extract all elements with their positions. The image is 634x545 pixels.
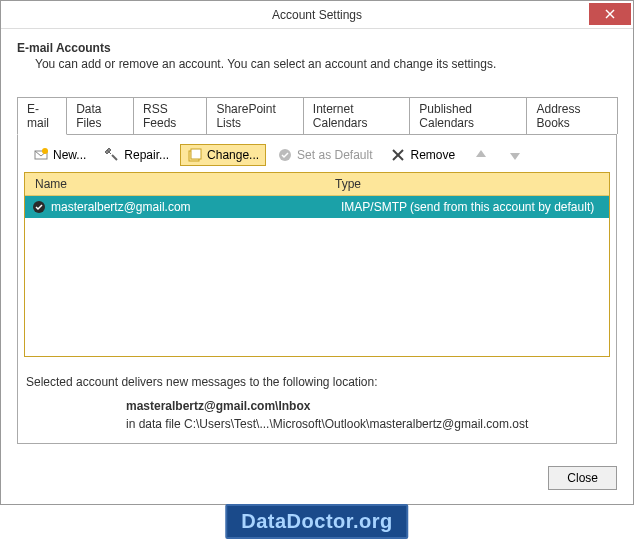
table-row[interactable]: masteralbertz@gmail.com IMAP/SMTP (send … [25,196,609,218]
change-label: Change... [207,148,259,162]
set-default-button: Set as Default [270,144,379,166]
new-button[interactable]: New... [26,144,93,166]
move-up-button [466,144,496,166]
new-label: New... [53,148,86,162]
tab-address-books[interactable]: Address Books [526,97,618,134]
account-settings-dialog: Account Settings E-mail Accounts You can… [0,0,634,505]
remove-button[interactable]: Remove [383,144,462,166]
tab-internet-calendars[interactable]: Internet Calendars [303,97,411,134]
accounts-table: Name Type masteralbertz@gmail.com IMAP/S… [24,172,610,357]
change-button[interactable]: Change... [180,144,266,166]
column-header-name[interactable]: Name [25,173,325,195]
move-down-button [500,144,530,166]
tab-data-files[interactable]: Data Files [66,97,134,134]
dialog-footer: Close [1,456,633,504]
new-icon [33,147,49,163]
info-intro: Selected account delivers new messages t… [26,375,608,389]
dialog-content: E-mail Accounts You can add or remove an… [1,29,633,456]
remove-icon [390,147,406,163]
header-title: E-mail Accounts [17,41,617,55]
window-title: Account Settings [1,8,633,22]
tab-strip: E-mail Data Files RSS Feeds SharePoint L… [17,97,617,135]
repair-label: Repair... [124,148,169,162]
table-header: Name Type [25,173,609,196]
toolbar: New... Repair... Change... Set as Defaul… [24,141,610,172]
info-section: Selected account delivers new messages t… [26,375,608,431]
info-data-file: in data file C:\Users\Test\...\Microsoft… [126,417,608,431]
arrow-down-icon [507,147,523,163]
close-icon [605,9,615,19]
repair-icon [104,147,120,163]
titlebar: Account Settings [1,1,633,29]
remove-label: Remove [410,148,455,162]
info-email-location: masteralbertz@gmail.com\Inbox [126,399,608,413]
check-icon [277,147,293,163]
tab-panel-email: New... Repair... Change... Set as Defaul… [17,135,617,444]
header-section: E-mail Accounts You can add or remove an… [17,41,617,71]
table-body: masteralbertz@gmail.com IMAP/SMTP (send … [25,196,609,356]
default-account-icon [31,199,47,215]
arrow-up-icon [473,147,489,163]
account-type-cell: IMAP/SMTP (send from this account by def… [341,200,603,214]
header-description: You can add or remove an account. You ca… [35,57,617,71]
change-icon [187,147,203,163]
tab-rss-feeds[interactable]: RSS Feeds [133,97,207,134]
set-default-label: Set as Default [297,148,372,162]
svg-rect-5 [191,149,201,159]
window-close-button[interactable] [589,3,631,25]
repair-button[interactable]: Repair... [97,144,176,166]
column-header-type[interactable]: Type [325,173,609,195]
tab-email[interactable]: E-mail [17,97,67,135]
tab-published-calendars[interactable]: Published Calendars [409,97,527,134]
watermark: DataDoctor.org [225,504,408,539]
tab-sharepoint-lists[interactable]: SharePoint Lists [206,97,303,134]
account-name-cell: masteralbertz@gmail.com [51,200,341,214]
close-button[interactable]: Close [548,466,617,490]
svg-point-3 [42,148,48,154]
